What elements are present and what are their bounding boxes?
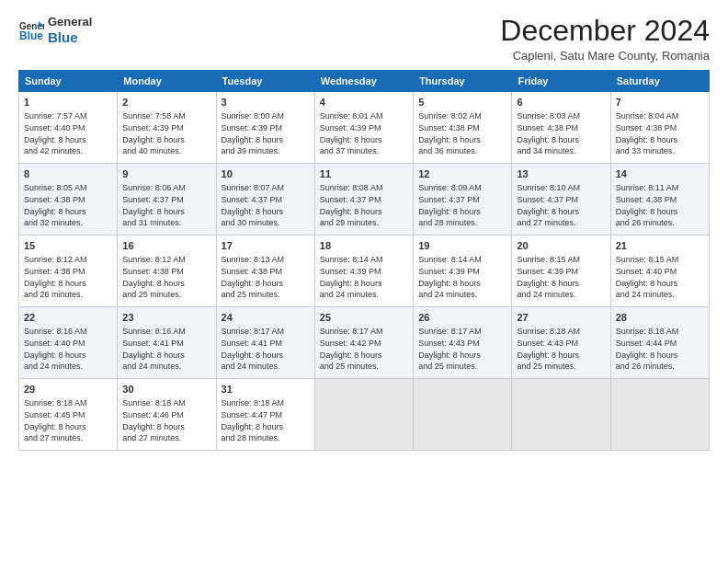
day-number: 25 [320,311,408,325]
day-cell [414,379,512,451]
day-detail: Sunrise: 8:02 AM Sunset: 4:38 PM Dayligh… [418,111,482,155]
subtitle: Capleni, Satu Mare County, Romania [500,49,710,63]
day-detail: Sunrise: 8:06 AM Sunset: 4:37 PM Dayligh… [122,183,186,227]
day-cell: 2Sunrise: 7:58 AM Sunset: 4:39 PM Daylig… [118,92,216,164]
day-number: 18 [320,239,408,253]
header: General Blue General Blue December 2024 … [18,15,710,63]
day-cell [610,379,709,451]
day-detail: Sunrise: 8:01 AM Sunset: 4:39 PM Dayligh… [320,111,383,155]
day-detail: Sunrise: 8:15 AM Sunset: 4:40 PM Dayligh… [616,255,679,299]
day-detail: Sunrise: 8:18 AM Sunset: 4:47 PM Dayligh… [222,398,285,442]
week-row-5: 29Sunrise: 8:18 AM Sunset: 4:45 PM Dayli… [19,379,710,451]
day-cell: 27Sunrise: 8:18 AM Sunset: 4:43 PM Dayli… [512,307,610,379]
day-number: 21 [616,239,704,253]
day-detail: Sunrise: 8:13 AM Sunset: 4:38 PM Dayligh… [222,255,285,299]
week-row-2: 8Sunrise: 8:05 AM Sunset: 4:38 PM Daylig… [19,164,710,236]
day-detail: Sunrise: 8:08 AM Sunset: 4:37 PM Dayligh… [320,183,383,227]
day-cell [512,379,610,451]
day-cell: 30Sunrise: 8:18 AM Sunset: 4:46 PM Dayli… [118,379,216,451]
logo-general: General [48,15,92,29]
day-cell: 31Sunrise: 8:18 AM Sunset: 4:47 PM Dayli… [216,379,314,451]
day-number: 19 [418,239,506,253]
day-detail: Sunrise: 8:18 AM Sunset: 4:46 PM Dayligh… [122,398,186,442]
day-cell: 8Sunrise: 8:05 AM Sunset: 4:38 PM Daylig… [19,164,118,236]
day-detail: Sunrise: 8:03 AM Sunset: 4:38 PM Dayligh… [517,111,580,155]
day-cell: 7Sunrise: 8:04 AM Sunset: 4:38 PM Daylig… [610,92,709,164]
day-number: 29 [24,383,112,396]
day-number: 30 [122,383,210,396]
day-detail: Sunrise: 8:09 AM Sunset: 4:37 PM Dayligh… [418,183,482,227]
day-cell: 4Sunrise: 8:01 AM Sunset: 4:39 PM Daylig… [314,92,413,164]
day-detail: Sunrise: 8:07 AM Sunset: 4:37 PM Dayligh… [222,183,285,227]
day-cell: 17Sunrise: 8:13 AM Sunset: 4:38 PM Dayli… [216,236,314,307]
day-number: 5 [418,96,506,109]
day-number: 12 [418,167,506,181]
day-cell: 10Sunrise: 8:07 AM Sunset: 4:37 PM Dayli… [216,164,314,236]
day-number: 8 [24,167,112,181]
col-header-monday: Monday [118,71,216,92]
day-detail: Sunrise: 8:10 AM Sunset: 4:37 PM Dayligh… [517,183,580,227]
week-row-4: 22Sunrise: 8:16 AM Sunset: 4:40 PM Dayli… [19,307,710,379]
day-cell: 15Sunrise: 8:12 AM Sunset: 4:38 PM Dayli… [19,236,118,307]
day-number: 17 [222,239,310,253]
col-header-friday: Friday [512,71,610,92]
logo-text: General Blue [48,15,92,46]
svg-text:Blue: Blue [19,29,43,42]
day-number: 14 [616,167,704,181]
week-row-1: 1Sunrise: 7:57 AM Sunset: 4:40 PM Daylig… [19,92,710,164]
logo: General Blue General Blue [18,15,92,46]
title-block: December 2024 Capleni, Satu Mare County,… [500,15,710,63]
day-detail: Sunrise: 8:18 AM Sunset: 4:44 PM Dayligh… [616,327,679,371]
day-cell: 3Sunrise: 8:00 AM Sunset: 4:39 PM Daylig… [216,92,314,164]
day-number: 13 [517,167,605,181]
day-detail: Sunrise: 8:15 AM Sunset: 4:39 PM Dayligh… [517,255,580,299]
day-number: 6 [517,96,605,109]
day-cell: 23Sunrise: 8:16 AM Sunset: 4:41 PM Dayli… [118,307,216,379]
col-header-sunday: Sunday [19,71,118,92]
day-number: 11 [320,167,408,181]
day-detail: Sunrise: 8:12 AM Sunset: 4:38 PM Dayligh… [122,255,186,299]
col-header-wednesday: Wednesday [314,71,413,92]
day-number: 15 [24,239,112,253]
day-detail: Sunrise: 8:11 AM Sunset: 4:38 PM Dayligh… [616,183,679,227]
day-cell: 29Sunrise: 8:18 AM Sunset: 4:45 PM Dayli… [19,379,118,451]
day-cell: 11Sunrise: 8:08 AM Sunset: 4:37 PM Dayli… [314,164,413,236]
day-number: 26 [418,311,506,325]
day-cell: 5Sunrise: 8:02 AM Sunset: 4:38 PM Daylig… [414,92,512,164]
day-cell: 6Sunrise: 8:03 AM Sunset: 4:38 PM Daylig… [512,92,610,164]
day-detail: Sunrise: 8:14 AM Sunset: 4:39 PM Dayligh… [418,255,482,299]
day-number: 16 [122,239,210,253]
day-number: 1 [24,96,112,109]
day-detail: Sunrise: 8:18 AM Sunset: 4:43 PM Dayligh… [517,327,580,371]
day-number: 2 [122,96,210,109]
month-title: December 2024 [500,15,710,47]
calendar-page: General Blue General Blue December 2024 … [0,0,728,563]
day-detail: Sunrise: 7:57 AM Sunset: 4:40 PM Dayligh… [24,111,87,155]
day-cell: 13Sunrise: 8:10 AM Sunset: 4:37 PM Dayli… [512,164,610,236]
day-cell: 16Sunrise: 8:12 AM Sunset: 4:38 PM Dayli… [118,236,216,307]
day-detail: Sunrise: 8:16 AM Sunset: 4:41 PM Dayligh… [122,327,186,371]
day-number: 7 [616,96,704,109]
day-detail: Sunrise: 8:04 AM Sunset: 4:38 PM Dayligh… [616,111,679,155]
day-cell: 9Sunrise: 8:06 AM Sunset: 4:37 PM Daylig… [118,164,216,236]
day-number: 22 [24,311,112,325]
day-cell: 14Sunrise: 8:11 AM Sunset: 4:38 PM Dayli… [610,164,709,236]
logo-icon: General Blue [18,17,44,43]
day-detail: Sunrise: 8:16 AM Sunset: 4:40 PM Dayligh… [24,327,87,371]
col-header-thursday: Thursday [414,71,512,92]
day-number: 20 [517,239,605,253]
day-detail: Sunrise: 8:17 AM Sunset: 4:41 PM Dayligh… [222,327,285,371]
day-number: 4 [320,96,408,109]
header-row: SundayMondayTuesdayWednesdayThursdayFrid… [19,71,710,92]
day-cell: 24Sunrise: 8:17 AM Sunset: 4:41 PM Dayli… [216,307,314,379]
day-detail: Sunrise: 8:05 AM Sunset: 4:38 PM Dayligh… [24,183,87,227]
day-cell: 21Sunrise: 8:15 AM Sunset: 4:40 PM Dayli… [610,236,709,307]
day-cell: 1Sunrise: 7:57 AM Sunset: 4:40 PM Daylig… [19,92,118,164]
day-detail: Sunrise: 8:17 AM Sunset: 4:42 PM Dayligh… [320,327,383,371]
day-number: 3 [222,96,310,109]
day-cell: 12Sunrise: 8:09 AM Sunset: 4:37 PM Dayli… [414,164,512,236]
col-header-tuesday: Tuesday [216,71,314,92]
day-number: 10 [222,167,310,181]
day-detail: Sunrise: 8:17 AM Sunset: 4:43 PM Dayligh… [418,327,482,371]
day-detail: Sunrise: 8:00 AM Sunset: 4:39 PM Dayligh… [222,111,285,155]
